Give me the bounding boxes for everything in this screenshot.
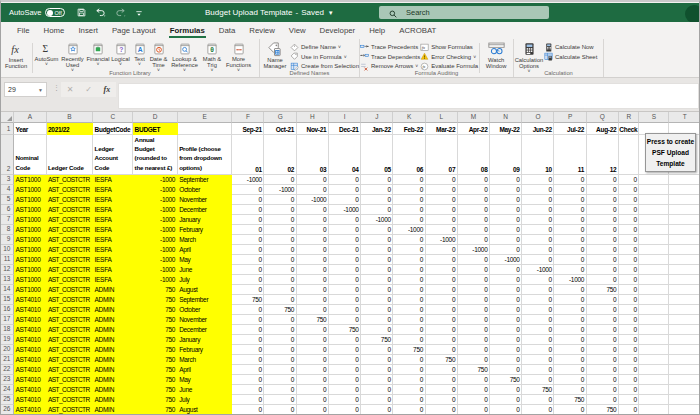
cell-E19[interactable]: January: [178, 335, 233, 345]
cell-K5[interactable]: 0: [393, 195, 425, 205]
cell-G13[interactable]: 0: [264, 275, 296, 285]
cell-E18[interactable]: December: [178, 325, 233, 335]
cell-C3[interactable]: IESFA: [93, 175, 133, 185]
cell-M26[interactable]: 0: [458, 405, 490, 415]
ribbon-button-calculation-options[interactable]: Calculation Options˅: [514, 41, 544, 73]
cell-A24[interactable]: AST4010: [14, 385, 47, 395]
row-header-1[interactable]: 1: [1, 123, 14, 135]
cell-I14[interactable]: 0: [329, 285, 361, 295]
cell-Q16[interactable]: 0: [587, 305, 619, 315]
redo-icon[interactable]: [115, 8, 126, 17]
cell-A8[interactable]: AST1000: [14, 225, 47, 235]
cell-O7[interactable]: 0: [522, 215, 554, 225]
cell-F20[interactable]: 0: [232, 345, 264, 355]
cell-J9[interactable]: 0: [361, 235, 393, 245]
cell-G12[interactable]: 0: [264, 265, 296, 275]
cell-H7[interactable]: 0: [297, 215, 329, 225]
cell-A14[interactable]: AST1000: [14, 285, 47, 295]
cell-B2[interactable]: Ledger Code: [47, 135, 94, 176]
cell-I4[interactable]: 0: [329, 185, 361, 195]
row-header-11[interactable]: 11: [1, 255, 14, 265]
column-header-L[interactable]: L: [426, 112, 458, 123]
cell-T9[interactable]: [669, 235, 700, 245]
column-header-N[interactable]: N: [490, 112, 522, 123]
cell-J11[interactable]: 0: [361, 255, 393, 265]
cell-D8[interactable]: -1000: [133, 225, 178, 235]
cell-T20[interactable]: [669, 345, 700, 355]
cell-A5[interactable]: AST1000: [14, 195, 47, 205]
cell-S8[interactable]: [639, 225, 669, 235]
cell-L10[interactable]: 0: [426, 245, 458, 255]
cell-D10[interactable]: -1000: [133, 245, 178, 255]
cell-F4[interactable]: 0: [232, 185, 264, 195]
cell-R4[interactable]: 0: [619, 185, 640, 195]
cell-O2[interactable]: 10: [522, 135, 554, 176]
cell-C6[interactable]: IESFA: [93, 205, 133, 215]
cell-P25[interactable]: 750: [554, 395, 586, 405]
column-header-J[interactable]: J: [361, 112, 393, 123]
cell-J7[interactable]: -1000: [361, 215, 393, 225]
cell-Q26[interactable]: 750: [587, 405, 619, 415]
cell-H14[interactable]: 0: [297, 285, 329, 295]
cell-C1[interactable]: BudgetCode: [93, 123, 133, 135]
cell-P22[interactable]: 0: [554, 365, 586, 375]
cell-R14[interactable]: 0: [619, 285, 640, 295]
cell-T23[interactable]: [669, 375, 700, 385]
cell-D24[interactable]: 750: [133, 385, 178, 395]
cell-R22[interactable]: 0: [619, 365, 640, 375]
cell-M23[interactable]: 0: [458, 375, 490, 385]
cell-A6[interactable]: AST1000: [14, 205, 47, 215]
cell-H15[interactable]: 0: [297, 295, 329, 305]
cell-M6[interactable]: 0: [458, 205, 490, 215]
cell-G22[interactable]: 0: [264, 365, 296, 375]
cell-I13[interactable]: 0: [329, 275, 361, 285]
cell-A15[interactable]: AST4010: [14, 295, 47, 305]
cell-L1[interactable]: Mar-22: [426, 123, 458, 135]
cell-M4[interactable]: 0: [458, 185, 490, 195]
cell-N25[interactable]: 0: [490, 395, 522, 405]
cell-I19[interactable]: 0: [329, 335, 361, 345]
cell-K10[interactable]: 0: [393, 245, 425, 255]
cell-S4[interactable]: [639, 185, 669, 195]
cell-F10[interactable]: 0: [232, 245, 264, 255]
cell-K7[interactable]: 0: [393, 215, 425, 225]
cell-O5[interactable]: 0: [522, 195, 554, 205]
cell-H17[interactable]: 750: [297, 315, 329, 325]
cell-N13[interactable]: 0: [490, 275, 522, 285]
cell-N9[interactable]: 0: [490, 235, 522, 245]
cell-M12[interactable]: 0: [458, 265, 490, 275]
tab-insert[interactable]: Insert: [71, 22, 105, 39]
cell-K14[interactable]: 0: [393, 285, 425, 295]
cell-S14[interactable]: [639, 285, 669, 295]
cell-N11[interactable]: -1000: [490, 255, 522, 265]
cell-T24[interactable]: [669, 385, 700, 395]
cell-G8[interactable]: 0: [264, 225, 296, 235]
cell-S26[interactable]: [639, 405, 669, 415]
cell-E12[interactable]: June: [178, 265, 233, 275]
cell-A7[interactable]: AST1000: [14, 215, 47, 225]
row-header-24[interactable]: 24: [1, 385, 14, 395]
cell-J3[interactable]: 0: [361, 175, 393, 185]
cell-C4[interactable]: IESFA: [93, 185, 133, 195]
cell-S10[interactable]: [639, 245, 669, 255]
cell-E1[interactable]: [178, 123, 233, 135]
cell-T16[interactable]: [669, 305, 700, 315]
cell-T4[interactable]: [669, 185, 700, 195]
cell-O22[interactable]: 0: [522, 365, 554, 375]
cell-G1[interactable]: Oct-21: [264, 123, 296, 135]
cell-Q11[interactable]: 0: [587, 255, 619, 265]
cell-R19[interactable]: 0: [619, 335, 640, 345]
cell-Q9[interactable]: 0: [587, 235, 619, 245]
cell-A20[interactable]: AST4010: [14, 345, 47, 355]
cell-B3[interactable]: AST_COSTCTR: [47, 175, 94, 185]
cell-T26[interactable]: [669, 405, 700, 415]
cell-E13[interactable]: July: [178, 275, 233, 285]
cell-E6[interactable]: December: [178, 205, 233, 215]
cell-M11[interactable]: 0: [458, 255, 490, 265]
cell-P19[interactable]: 0: [554, 335, 586, 345]
cell-M16[interactable]: 0: [458, 305, 490, 315]
cell-S3[interactable]: [639, 175, 669, 185]
cell-L11[interactable]: 0: [426, 255, 458, 265]
tab-help[interactable]: Help: [362, 22, 392, 39]
cell-K17[interactable]: 0: [393, 315, 425, 325]
